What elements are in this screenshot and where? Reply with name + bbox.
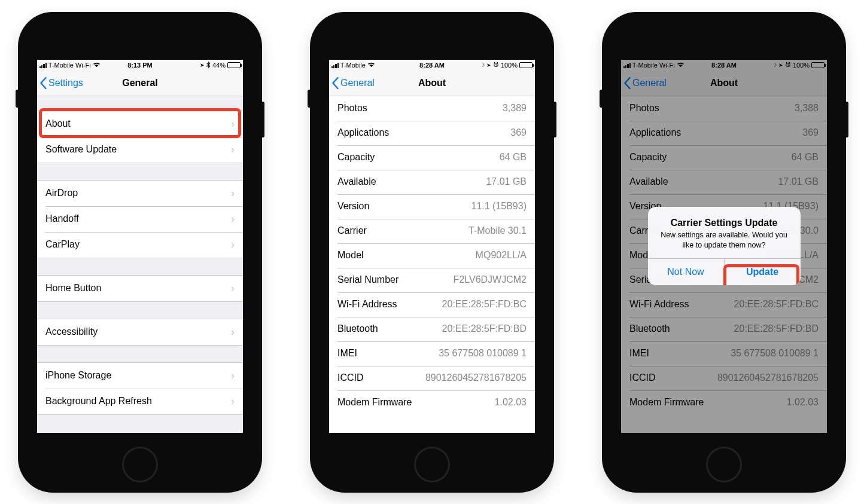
row-value: 20:EE:28:5F:FD:BC (442, 299, 527, 310)
row-value: 20:EE:28:5F:FD:BD (442, 323, 527, 334)
alert-button-label: Update (746, 267, 778, 277)
phone-frame-1: T-Mobile Wi-Fi 8:13 PM ➤ 44% (18, 12, 262, 493)
status-bar: T-Mobile Wi-Fi 8:13 PM ➤ 44% (37, 60, 243, 71)
row-value: T-Mobile 30.1 (468, 225, 527, 236)
about-row[interactable]: Wi-Fi Address20:EE:28:5F:FD:BC (329, 292, 535, 317)
row-label: CarPlay (45, 239, 227, 250)
row-airdrop[interactable]: AirDrop › (37, 181, 243, 206)
home-button[interactable] (122, 447, 158, 482)
row-label: Carrier (337, 225, 468, 236)
screen-3: T-Mobile Wi-Fi 8:28 AM ☽ ➤ 100% (621, 60, 827, 433)
chevron-right-icon: › (231, 213, 235, 225)
phone-frame-2: T-Mobile 8:28 AM ☽ ➤ 100% (310, 12, 554, 493)
alert-message: New settings are available. Would you li… (658, 230, 791, 251)
row-value: F2LV6DJWJCM2 (454, 274, 527, 285)
home-button[interactable] (414, 447, 450, 482)
row-software-update[interactable]: Software Update › (37, 137, 243, 163)
row-label: Serial Number (337, 274, 454, 285)
row-label: AirDrop (45, 188, 227, 198)
row-value: 11.1 (15B93) (471, 201, 527, 212)
row-label: About (45, 118, 227, 129)
row-label: Photos (337, 103, 503, 114)
about-row[interactable]: Capacity64 GB (329, 145, 535, 170)
row-value: 369 (510, 127, 527, 138)
chevron-right-icon: › (231, 282, 235, 295)
about-row[interactable]: Modem Firmware1.02.03 (329, 390, 535, 415)
status-time: 8:13 PM (37, 62, 243, 69)
row-about[interactable]: About › (37, 111, 243, 137)
nav-bar: General About (329, 71, 535, 96)
modal-overlay: Carrier Settings Update New settings are… (621, 60, 827, 433)
row-label: Software Update (45, 144, 227, 155)
row-value: 3,389 (503, 103, 527, 114)
back-label: Settings (48, 78, 83, 88)
row-home-button[interactable]: Home Button › (37, 276, 243, 301)
screen-1: T-Mobile Wi-Fi 8:13 PM ➤ 44% (37, 60, 243, 433)
row-label: Background App Refresh (45, 396, 227, 407)
row-accessibility[interactable]: Accessibility › (37, 319, 243, 345)
about-row[interactable]: ICCID8901260452781678205 (329, 366, 535, 390)
row-label: Version (337, 201, 471, 212)
chevron-right-icon: › (231, 395, 235, 408)
chevron-right-icon: › (231, 239, 235, 251)
row-value: 1.02.03 (495, 397, 527, 408)
about-row[interactable]: Available17.01 GB (329, 170, 535, 194)
about-row[interactable]: Applications369 (329, 121, 535, 145)
chevron-right-icon: › (231, 118, 235, 130)
about-row[interactable]: ModelMQ902LL/A (329, 243, 535, 268)
phone-frame-3: T-Mobile Wi-Fi 8:28 AM ☽ ➤ 100% (602, 12, 846, 493)
about-row[interactable]: Version11.1 (15B93) (329, 194, 535, 219)
about-row[interactable]: Photos3,389 (329, 96, 535, 121)
row-iphone-storage[interactable]: iPhone Storage › (37, 363, 243, 389)
row-label: iPhone Storage (45, 370, 227, 381)
about-row[interactable]: IMEI35 677508 010089 1 (329, 341, 535, 366)
settings-list[interactable]: About › Software Update › AirDrop › Hand… (37, 96, 243, 433)
alert-title: Carrier Settings Update (658, 218, 791, 228)
back-button[interactable]: Settings (37, 77, 83, 89)
row-label: Handoff (45, 213, 227, 224)
carrier-update-alert: Carrier Settings Update New settings are… (648, 207, 801, 286)
chevron-right-icon: › (231, 326, 235, 338)
row-label: Home Button (45, 283, 227, 294)
row-carplay[interactable]: CarPlay › (37, 232, 243, 258)
nav-bar: Settings General (37, 71, 243, 96)
row-label: Capacity (337, 152, 500, 163)
battery-icon (227, 62, 241, 68)
row-label: Accessibility (45, 326, 227, 337)
row-value: 35 677508 010089 1 (439, 348, 527, 359)
row-label: Bluetooth (337, 323, 442, 334)
status-time: 8:28 AM (329, 62, 535, 69)
row-label: Modem Firmware (337, 397, 495, 408)
chevron-right-icon: › (231, 369, 235, 382)
row-label: Applications (337, 127, 510, 138)
chevron-right-icon: › (231, 187, 235, 200)
update-button[interactable]: Update (724, 259, 801, 285)
back-label: General (340, 78, 375, 88)
about-row[interactable]: CarrierT-Mobile 30.1 (329, 219, 535, 243)
row-value: 17.01 GB (486, 176, 527, 187)
row-background-app-refresh[interactable]: Background App Refresh › (37, 389, 243, 414)
about-row[interactable]: Bluetooth20:EE:28:5F:FD:BD (329, 317, 535, 341)
screen-2: T-Mobile 8:28 AM ☽ ➤ 100% (329, 60, 535, 433)
alert-button-label: Not Now (667, 267, 704, 277)
status-bar: T-Mobile 8:28 AM ☽ ➤ 100% (329, 60, 535, 71)
about-row[interactable]: Serial NumberF2LV6DJWJCM2 (329, 268, 535, 292)
row-handoff[interactable]: Handoff › (37, 206, 243, 232)
back-button[interactable]: General (329, 77, 375, 89)
row-label: Model (337, 250, 476, 261)
row-value: MQ902LL/A (476, 250, 527, 261)
home-button[interactable] (706, 447, 742, 482)
row-label: Available (337, 176, 486, 187)
row-label: Wi-Fi Address (337, 299, 442, 310)
row-value: 8901260452781678205 (425, 372, 527, 383)
row-value: 64 GB (500, 152, 527, 163)
chevron-right-icon: › (231, 143, 235, 156)
row-label: ICCID (337, 372, 425, 383)
row-label: IMEI (337, 348, 439, 359)
about-list[interactable]: Photos3,389Applications369Capacity64 GBA… (329, 96, 535, 433)
battery-icon (519, 62, 533, 68)
not-now-button[interactable]: Not Now (648, 259, 724, 285)
